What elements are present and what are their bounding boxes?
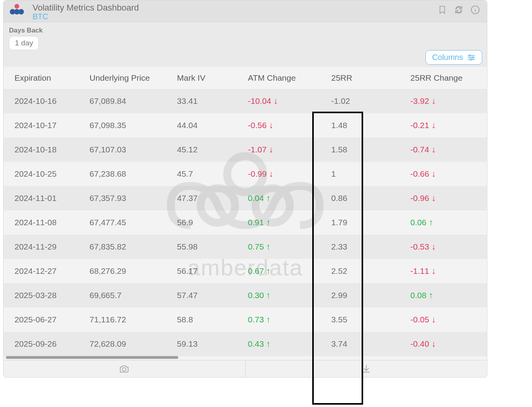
col-atm-change[interactable]: ATM Change <box>237 67 320 89</box>
arrow-down-icon: ↓ <box>431 120 436 130</box>
cell-underlying: 67,835.82 <box>78 235 166 259</box>
cell-atm-change: 0.75↑ <box>237 235 320 259</box>
cell-25rr: 2.99 <box>320 283 399 308</box>
col-25rr[interactable]: 25RR <box>320 67 399 89</box>
cell-25rr: -1.02 <box>320 89 399 113</box>
table-row[interactable]: 2024-10-2567,238.6845.7-0.99↓1-0.66↓ <box>4 162 487 186</box>
cell-expiration: 2024-10-18 <box>4 137 78 162</box>
cell-25rr-change: -0.40↓ <box>400 332 487 356</box>
table-row[interactable]: 2024-10-1667,089.8433.41-10.04↓-1.02-3.9… <box>4 89 487 113</box>
cell-markiv: 59.13 <box>166 332 237 356</box>
cell-markiv: 45.12 <box>166 137 237 162</box>
cell-25rr-change: -0.96↓ <box>400 186 487 210</box>
cell-expiration: 2024-11-29 <box>4 235 78 259</box>
arrow-down-icon: ↓ <box>269 120 273 130</box>
panel-header: Volatility Metrics Dashboard BTC <box>4 0 487 23</box>
cell-markiv: 56.9 <box>166 210 237 235</box>
cell-atm-change: 0.91↑ <box>237 210 320 235</box>
cell-underlying: 67,238.68 <box>78 162 166 186</box>
cell-25rr-change: 0.08↑ <box>400 283 487 308</box>
arrow-down-icon: ↓ <box>431 193 436 203</box>
cell-atm-change: 0.73↑ <box>237 308 320 332</box>
arrow-down-icon: ↓ <box>431 145 436 154</box>
col-expiration[interactable]: Expiration <box>4 67 78 89</box>
table-header-row: Expiration Underlying Price Mark IV ATM … <box>4 67 487 89</box>
cell-25rr-change: -0.05↓ <box>400 308 487 332</box>
cell-25rr-change: -0.21↓ <box>400 113 487 137</box>
table-row[interactable]: 2024-11-0867,477.4556.90.91↑1.790.06↑ <box>4 210 487 235</box>
table-row[interactable]: 2024-12-2768,276.2956.170.67↑2.52-1.11↓ <box>4 259 487 283</box>
cell-underlying: 68,276.29 <box>78 259 166 283</box>
col-markiv[interactable]: Mark IV <box>166 67 237 89</box>
table-row[interactable]: 2025-06-2771,116.7258.80.73↑3.55-0.05↓ <box>4 308 487 332</box>
table-row[interactable]: 2024-11-0167,357.9347.370.04↑0.86-0.96↓ <box>4 186 487 210</box>
col-underlying[interactable]: Underlying Price <box>78 67 166 89</box>
cell-underlying: 69,665.7 <box>78 283 166 308</box>
table-row[interactable]: 2024-10-1767,098.3544.04-0.56↓1.48-0.21↓ <box>4 113 487 137</box>
arrow-up-icon: ↑ <box>266 290 271 300</box>
table-row[interactable]: 2025-09-2672,628.0959.130.43↑3.74-0.40↓ <box>4 332 487 356</box>
cell-expiration: 2024-12-27 <box>4 259 78 283</box>
arrow-up-icon: ↑ <box>266 242 271 251</box>
cell-underlying: 72,628.09 <box>78 332 166 356</box>
columns-button[interactable]: Columns <box>425 50 482 65</box>
cell-atm-change: 0.04↑ <box>237 186 320 210</box>
arrow-down-icon: ↓ <box>431 242 436 251</box>
camera-icon <box>119 364 129 374</box>
arrow-down-icon: ↓ <box>269 169 273 179</box>
cell-25rr-change: -0.74↓ <box>400 137 487 162</box>
refresh-icon[interactable] <box>454 5 463 16</box>
cell-25rr: 1.58 <box>320 137 399 162</box>
columns-config-icon <box>467 54 476 61</box>
cell-atm-change: 0.67↑ <box>237 259 320 283</box>
cell-atm-change: 0.43↑ <box>237 332 320 356</box>
arrow-up-icon: ↑ <box>266 315 271 324</box>
table-row[interactable]: 2024-11-2967,835.8255.980.75↑2.33-0.53↓ <box>4 235 487 259</box>
bookmark-icon[interactable] <box>438 5 447 16</box>
svg-point-3 <box>18 9 24 14</box>
cell-atm-change: 0.30↑ <box>237 283 320 308</box>
cell-25rr: 3.55 <box>320 308 399 332</box>
table-row[interactable]: 2024-10-1867,107.0345.12-1.07↓1.58-0.74↓ <box>4 137 487 162</box>
days-back-select[interactable]: 1 day <box>9 36 39 50</box>
cell-markiv: 56.17 <box>166 259 237 283</box>
svg-point-12 <box>470 59 472 60</box>
cell-markiv: 33.41 <box>166 89 237 113</box>
asset-link[interactable]: BTC <box>33 12 438 21</box>
arrow-down-icon: ↓ <box>273 96 278 106</box>
arrow-up-icon: ↑ <box>266 339 271 349</box>
cell-25rr-change: -0.66↓ <box>400 162 487 186</box>
arrow-down-icon: ↓ <box>431 339 436 349</box>
brand-logo-icon <box>8 3 25 16</box>
col-25rr-change[interactable]: 25RR Change <box>400 67 487 89</box>
horizontal-scrollbar[interactable] <box>4 356 487 360</box>
cell-underlying: 67,107.03 <box>78 137 166 162</box>
cell-25rr: 2.33 <box>320 235 399 259</box>
cell-underlying: 71,116.72 <box>78 308 166 332</box>
info-icon[interactable] <box>470 5 480 16</box>
cell-expiration: 2024-10-17 <box>4 113 78 137</box>
cell-25rr: 0.86 <box>320 186 399 210</box>
table-row[interactable]: 2025-03-2869,665.757.470.30↑2.990.08↑ <box>4 283 487 308</box>
cell-underlying: 67,098.35 <box>78 113 166 137</box>
metrics-table: Expiration Underlying Price Mark IV ATM … <box>4 67 487 356</box>
arrow-down-icon: ↓ <box>431 96 436 106</box>
cell-25rr-change: -1.11↓ <box>400 259 487 283</box>
arrow-down-icon: ↓ <box>431 315 436 324</box>
download-button[interactable] <box>245 360 487 377</box>
screenshot-button[interactable] <box>4 360 245 377</box>
page-title: Volatility Metrics Dashboard <box>33 3 438 13</box>
arrow-up-icon: ↑ <box>266 193 271 203</box>
arrow-down-icon: ↓ <box>431 169 436 179</box>
cell-markiv: 47.37 <box>166 186 237 210</box>
cell-25rr: 3.74 <box>320 332 399 356</box>
panel-footer <box>4 360 487 377</box>
download-icon <box>361 364 371 374</box>
arrow-up-icon: ↑ <box>429 290 433 300</box>
arrow-up-icon: ↑ <box>266 266 271 276</box>
cell-expiration: 2025-06-27 <box>4 308 78 332</box>
cell-atm-change: -1.07↓ <box>237 137 320 162</box>
svg-point-16 <box>123 367 126 371</box>
table-container: amberdata Expiration Underlying Price Ma… <box>4 67 487 360</box>
cell-underlying: 67,357.93 <box>78 186 166 210</box>
